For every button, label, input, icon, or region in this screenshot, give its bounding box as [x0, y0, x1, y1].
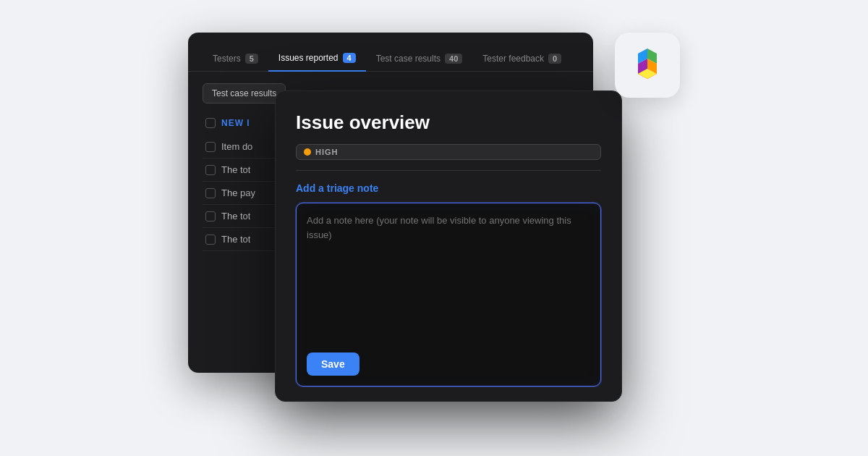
row-text-4: The tot	[221, 211, 250, 221]
environment-section: TESTER ENVIRONMENT iOS 16.6 | Apple iPho…	[276, 401, 621, 402]
tab-tester-feedback[interactable]: Tester feedback 0	[472, 46, 571, 71]
modal-body: Issue overview HIGH Add a triage note Sa…	[276, 91, 621, 401]
row-text-3: The pay	[221, 187, 255, 198]
triage-note-container: Save	[296, 203, 601, 387]
tab-issues-label: Issues reported	[278, 53, 339, 63]
tab-test-label: Test case results	[376, 54, 441, 64]
scene: Testers 5 Issues reported 4 Test case re…	[188, 33, 680, 423]
tab-testers-badge: 5	[245, 54, 258, 64]
priority-dot	[304, 148, 311, 156]
issue-overview-modal: Issue overview HIGH Add a triage note Sa…	[275, 90, 622, 402]
tab-feedback-label: Tester feedback	[482, 54, 544, 64]
row-checkbox-2[interactable]	[205, 165, 216, 175]
row-checkbox-1[interactable]	[205, 142, 216, 152]
priority-badge: HIGH	[296, 144, 601, 160]
tab-testers-label: Testers	[213, 54, 241, 64]
row-text-1: Item do	[221, 141, 252, 152]
row-text-5: The tot	[221, 234, 250, 245]
tab-bar: Testers 5 Issues reported 4 Test case re…	[188, 33, 593, 72]
save-button[interactable]: Save	[307, 352, 359, 376]
hexagon-logo-icon	[628, 46, 667, 85]
triage-section-label: Add a triage note	[296, 182, 601, 194]
app-icon	[615, 33, 680, 98]
row-checkbox-3[interactable]	[205, 188, 216, 198]
tab-testers[interactable]: Testers 5	[203, 46, 268, 71]
modal-title: Issue overview	[296, 111, 601, 134]
list-header-label: NEW I	[221, 118, 250, 128]
tab-test-badge: 40	[445, 54, 462, 64]
tab-issues-badge: 4	[343, 53, 356, 63]
tab-issues-reported[interactable]: Issues reported 4	[268, 46, 366, 72]
priority-label: HIGH	[315, 148, 339, 156]
row-checkbox-4[interactable]	[205, 211, 216, 221]
row-text-2: The tot	[221, 164, 250, 175]
header-checkbox[interactable]	[205, 118, 216, 128]
triage-note-input[interactable]	[307, 214, 590, 345]
filter-button[interactable]: Test case results	[203, 83, 286, 104]
divider	[296, 170, 601, 171]
tab-feedback-badge: 0	[548, 54, 561, 64]
tab-test-case-results[interactable]: Test case results 40	[366, 46, 473, 71]
row-checkbox-5[interactable]	[205, 235, 216, 245]
